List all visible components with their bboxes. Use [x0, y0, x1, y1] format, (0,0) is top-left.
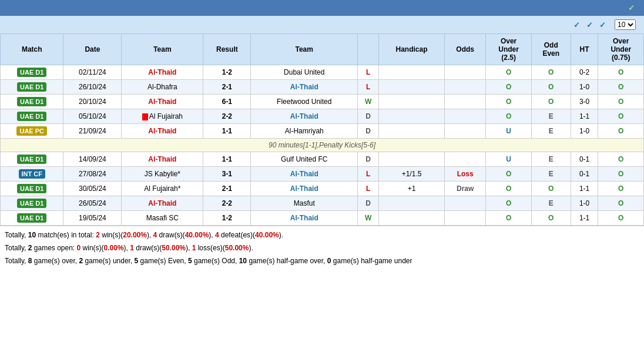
team1-name: JS Kabylie* [122, 167, 203, 182]
last-games-filter[interactable]: 10 20 30 [612, 19, 638, 30]
ht-value: 0-1 [571, 167, 598, 182]
ht-value: 1-1 [571, 211, 598, 226]
filter-intcf[interactable]: ✓ [573, 21, 582, 29]
table-row: UAE D1 26/10/24 Al-Dhafra 2-1 Al-Thaid L… [1, 80, 644, 95]
col-ht: HT [571, 34, 598, 65]
over-under-value: O [486, 196, 531, 211]
match-result: 6-1 [203, 95, 251, 109]
match-outcome: L [358, 65, 379, 80]
odds-value [444, 95, 485, 109]
match-badge: UAE D1 [1, 196, 63, 211]
team2-name: Masfut [251, 196, 358, 211]
handicap-value [379, 152, 445, 167]
uaed1-check: ✓ [599, 21, 606, 29]
match-outcome: D [358, 124, 379, 139]
header-right: ✓ [628, 4, 638, 12]
match-outcome: L [358, 182, 379, 196]
col-match: Match [1, 34, 63, 65]
penalty-text: 90 minutes[1-1],Penalty Kicks[5-6] [1, 139, 644, 152]
odd-even-value: O [531, 95, 571, 109]
col-result: Result [203, 34, 251, 65]
col-over-under-075: OverUnder(0.75) [598, 34, 644, 65]
team2-name: Al-Thaid [251, 211, 358, 226]
summary-line-2: Totally, 2 games open: 0 win(s)(0.00%), … [5, 243, 639, 254]
match-result: 2-2 [203, 196, 251, 211]
odd-even-value: E [531, 167, 571, 182]
match-outcome: L [358, 167, 379, 182]
team1-name: Al-Thaid [122, 152, 203, 167]
match-outcome: W [358, 211, 379, 226]
summary-line-3: Totally, 8 game(s) over, 2 game(s) under… [5, 256, 639, 267]
odds-value [444, 124, 485, 139]
odd-even-value: O [531, 65, 571, 80]
ht-value: 0-1 [571, 152, 598, 167]
match-date: 26/10/24 [63, 80, 122, 95]
over-under-075-value: O [598, 196, 644, 211]
odds-value [444, 65, 485, 80]
handicap-value [379, 80, 445, 95]
team2-name: Al-Thaid [251, 109, 358, 124]
match-badge: UAE D1 [1, 182, 63, 196]
over-under-value: O [486, 211, 531, 226]
match-badge: UAE D1 [1, 109, 63, 124]
match-outcome: W [358, 95, 379, 109]
odd-even-value: E [531, 196, 571, 211]
match-date: 19/05/24 [63, 211, 122, 226]
games-select[interactable]: 10 20 30 [615, 19, 636, 30]
over-under-value: U [486, 124, 531, 139]
table-row: UAE D1 02/11/24 Al-Thaid 1-2 Dubai Unite… [1, 65, 644, 80]
over-under-075-value: O [598, 152, 644, 167]
match-outcome: D [358, 152, 379, 167]
table-row: UAE D1 26/05/24 Al-Thaid 2-2 Masfut D O … [1, 196, 644, 211]
col-handicap: Handicap [379, 34, 445, 65]
odds-value [444, 211, 485, 226]
match-result: 1-2 [203, 65, 251, 80]
match-badge: UAE D1 [1, 80, 63, 95]
match-outcome: D [358, 196, 379, 211]
odds-value: Draw [444, 182, 485, 196]
match-date: 14/09/24 [63, 152, 122, 167]
table-row: UAE D1 19/05/24 Masafi SC 1-2 Al-Thaid W… [1, 211, 644, 226]
over-under-075-value: O [598, 182, 644, 196]
col-over-under: OverUnder(2.5) [486, 34, 531, 65]
penalty-row: 90 minutes[1-1],Penalty Kicks[5-6] [1, 139, 644, 152]
filter-uaepc[interactable]: ✓ [586, 21, 595, 29]
match-result: 2-2 [203, 109, 251, 124]
col-date: Date [63, 34, 122, 65]
match-badge: UAE D1 [1, 95, 63, 109]
team1-name: Al Fujairah* [122, 182, 203, 196]
handicap-value [379, 211, 445, 226]
table-row: UAE D1 14/09/24 Al-Thaid 1-1 Gulf United… [1, 152, 644, 167]
filter-uaed1[interactable]: ✓ [599, 21, 608, 29]
team1-name: Al-Thaid [122, 196, 203, 211]
team1-name: Al-Thaid [122, 124, 203, 139]
team2-name: Al-Hamriyah [251, 124, 358, 139]
match-date: 27/08/24 [63, 167, 122, 182]
match-date: 05/10/24 [63, 109, 122, 124]
over-under-075-value: O [598, 109, 644, 124]
odd-even-value: E [531, 152, 571, 167]
odds-value [444, 196, 485, 211]
intcf-check: ✓ [573, 21, 580, 29]
ht-value: 3-0 [571, 95, 598, 109]
handicap-value [379, 196, 445, 211]
table-row: UAE D1 30/05/24 Al Fujairah* 2-1 Al-Thai… [1, 182, 644, 196]
over-under-value: O [486, 80, 531, 95]
match-date: 26/05/24 [63, 196, 122, 211]
team2-name: Al-Thaid [251, 167, 358, 182]
team1-name: Al-Thaid [122, 95, 203, 109]
match-date: 20/10/24 [63, 95, 122, 109]
over-under-value: O [486, 65, 531, 80]
team2-name: Gulf United FC [251, 152, 358, 167]
match-result: 1-1 [203, 124, 251, 139]
match-badge: UAE D1 [1, 211, 63, 226]
odd-even-value: E [531, 124, 571, 139]
summary-line-1: Totally, 10 match(es) in total: 2 win(s)… [5, 230, 639, 241]
col-outcome [358, 34, 379, 65]
ht-value: 1-0 [571, 80, 598, 95]
match-result: 3-1 [203, 167, 251, 182]
ht-value: 0-2 [571, 65, 598, 80]
table-row: UAE PC 21/09/24 Al-Thaid 1-1 Al-Hamriyah… [1, 124, 644, 139]
team2-name: Fleetwood United [251, 95, 358, 109]
odds-value [444, 152, 485, 167]
